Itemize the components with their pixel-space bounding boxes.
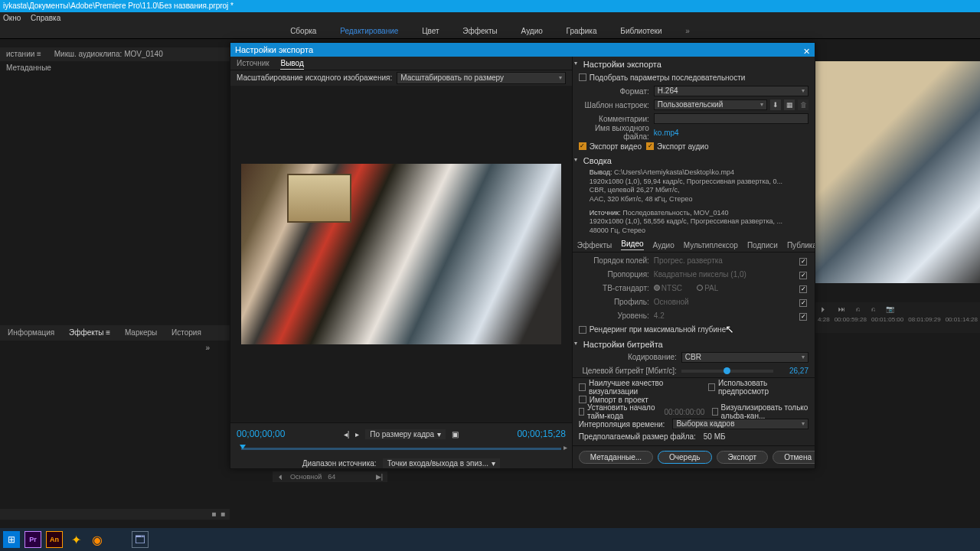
panel-tab-markers[interactable]: Маркеры — [125, 328, 157, 337]
tv-lock-checkbox[interactable] — [799, 285, 807, 293]
taskbar-app-icon[interactable]: ✦ — [67, 531, 84, 548]
field-order-value[interactable]: Прогрес. развертка — [654, 256, 793, 265]
scale-select[interactable]: Масштабировать по размеру — [397, 72, 566, 84]
profile-lock-checkbox[interactable] — [799, 299, 807, 307]
use-preview-checkbox[interactable]: Использовать предпросмотр — [708, 379, 808, 396]
aspect-value[interactable]: Квадратные пикселы (1,0) — [654, 270, 793, 279]
camera-icon[interactable]: 📷 — [886, 305, 894, 313]
time-interp-select[interactable]: Выборка кадров — [672, 419, 808, 429]
alpha-only-checkbox[interactable]: Визуализировать только альфа-кан... — [712, 403, 808, 420]
time-interp-label: Интерполяция времени: — [579, 420, 665, 429]
scrub-bar[interactable]: ▸ — [237, 443, 566, 454]
workspace-tab-libraries[interactable]: Библиотеки — [620, 27, 662, 35]
match-sequence-checkbox[interactable]: Подобрать параметры последовательности — [579, 73, 746, 82]
playhead-icon[interactable] — [240, 445, 246, 449]
metadata-button[interactable]: Метаданные... — [579, 451, 653, 464]
panel-tab-info[interactable]: Информация — [8, 328, 54, 337]
settings-tab-multiplexer[interactable]: Мультиплексор — [684, 241, 738, 249]
workspace-tab-audio[interactable]: Аудио — [521, 27, 543, 35]
target-bitrate-value[interactable]: 26,27 — [778, 367, 808, 375]
workspace-tab-assembly[interactable]: Сборка — [290, 27, 316, 35]
workspace-tab-effects[interactable]: Эффекты — [462, 27, 497, 35]
max-depth-checkbox[interactable]: Рендеринг при максимальной глубине — [579, 325, 726, 334]
output-name-link[interactable]: ko.mp4 — [654, 129, 679, 137]
field-order-lock-checkbox[interactable] — [799, 258, 807, 266]
dialog-titlebar[interactable]: Настройки экспорта ✕ — [230, 43, 815, 57]
timecode-out[interactable]: 00;00;15;28 — [517, 429, 565, 439]
panel-tab-more-icon[interactable]: » — [205, 341, 210, 356]
format-value: H.264 — [658, 86, 678, 96]
ruler-tick: 00:00:59:28 — [835, 316, 867, 323]
workspace-tab-graphics[interactable]: Графика — [567, 27, 597, 35]
start-button[interactable]: ⊞ — [3, 531, 20, 548]
aspect-lock-checkbox[interactable] — [799, 272, 807, 279]
preset-delete-icon[interactable]: 🗑 — [798, 99, 808, 110]
source-range-select[interactable]: Точки входа/выхода в эпиз... ▾ — [383, 458, 500, 468]
panel-tab-effects[interactable]: Эффекты ≡ — [69, 328, 110, 337]
format-select[interactable]: H.264 — [654, 86, 808, 96]
workspace-tab-color[interactable]: Цвет — [422, 27, 439, 35]
profile-value[interactable]: Основной — [654, 298, 793, 306]
taskbar-blender-icon[interactable]: ◉ — [89, 531, 106, 548]
output-name-label: Имя выходного файла: — [579, 124, 649, 141]
settings-tab-captions[interactable]: Подписи — [747, 241, 778, 249]
lower-left-panel-tabs: Информация Эффекты ≡ Маркеры История » — [0, 325, 230, 341]
play-icon[interactable]: ▸ — [355, 430, 359, 439]
max-depth-label: Рендеринг при максимальной глубине — [590, 325, 726, 334]
profile-label: Профиль: — [579, 298, 649, 306]
settings-tab-video[interactable]: Видео — [621, 240, 643, 250]
settings-tab-effects[interactable]: Эффекты — [577, 241, 612, 249]
end-marker-icon[interactable]: ▶| — [376, 471, 383, 482]
best-quality-checkbox[interactable]: Наилучшее качество визуализации — [579, 379, 701, 396]
menu-window[interactable]: Окно — [3, 14, 21, 22]
playback-icon[interactable]: ⏵ — [820, 305, 827, 313]
source-tab-unknown[interactable]: истании ≡ — [6, 50, 41, 58]
track-toggle-icon[interactable]: ⏴ — [277, 471, 284, 482]
export-audio-checkbox[interactable]: Экспорт аудио — [646, 142, 708, 151]
preview-tab-source[interactable]: Источник — [237, 59, 270, 67]
preview-tab-output[interactable]: Вывод — [280, 59, 303, 70]
target-bitrate-slider[interactable] — [681, 370, 773, 373]
taskbar-premiere-icon[interactable]: Pr — [24, 531, 41, 548]
import-project-checkbox[interactable]: Импорт в проект — [579, 396, 648, 404]
tv-ntsc-radio[interactable]: NTSC — [654, 284, 682, 292]
level-lock-checkbox[interactable] — [799, 313, 807, 321]
encoding-select[interactable]: CBR — [681, 352, 808, 363]
preset-save-icon[interactable]: ⬇ — [770, 99, 781, 110]
settings-tab-audio[interactable]: Аудио — [653, 241, 675, 249]
step-icon[interactable]: ⏭ — [838, 305, 845, 313]
section-export-settings[interactable]: Настройки экспорта — [573, 57, 815, 70]
level-value[interactable]: 4.2 — [654, 311, 793, 320]
crop-icon[interactable]: ▣ — [452, 430, 459, 439]
panel-tab-history[interactable]: История — [172, 328, 201, 337]
workspace-tab-editing[interactable]: Редактирование — [340, 27, 398, 35]
comments-input[interactable] — [654, 113, 808, 124]
settings-tab-publish[interactable]: Публикац... — [787, 241, 815, 249]
menu-help[interactable]: Справка — [31, 14, 60, 22]
ruler-tick: 4:28 — [818, 316, 830, 323]
tool-icon[interactable]: ⎌ — [856, 305, 860, 313]
export-button[interactable]: Экспорт — [717, 451, 769, 464]
cancel-button[interactable]: Отмена — [773, 451, 815, 464]
source-tab-metadata[interactable]: Метаданные — [6, 64, 51, 72]
set-timecode-value: 00:00:00:00 — [664, 408, 704, 416]
timecode-in[interactable]: 00;00;00;00 — [237, 429, 285, 439]
taskbar-chrome-icon[interactable] — [110, 531, 127, 548]
preset-select[interactable]: Пользовательский — [654, 99, 767, 110]
section-bitrate[interactable]: Настройки битрейта — [573, 337, 815, 350]
workspace-tab-more-icon[interactable]: » — [685, 27, 690, 35]
queue-button[interactable]: Очередь — [658, 451, 712, 464]
track-number: 64 — [328, 471, 335, 482]
taskbar-animate-icon[interactable]: An — [46, 531, 63, 548]
tool-icon[interactable]: ⎌ — [871, 305, 875, 313]
taskbar-explorer-icon[interactable]: 🗔 — [132, 531, 149, 548]
source-tab-audio-mixer[interactable]: Микш. аудиоклипа: MOV_0140 — [54, 50, 163, 58]
tv-pal-radio[interactable]: PAL — [697, 284, 718, 292]
preset-import-icon[interactable]: ▦ — [784, 99, 795, 110]
step-back-icon[interactable]: ◂| — [344, 430, 350, 439]
set-timecode-checkbox[interactable]: Установить начало тайм-кода — [579, 403, 657, 420]
export-video-label: Экспорт видео — [590, 142, 642, 151]
section-summary[interactable]: Сводка — [573, 153, 815, 167]
fit-select[interactable]: По размеру кадра ▾ — [365, 429, 446, 439]
export-video-checkbox[interactable]: Экспорт видео — [579, 142, 642, 151]
